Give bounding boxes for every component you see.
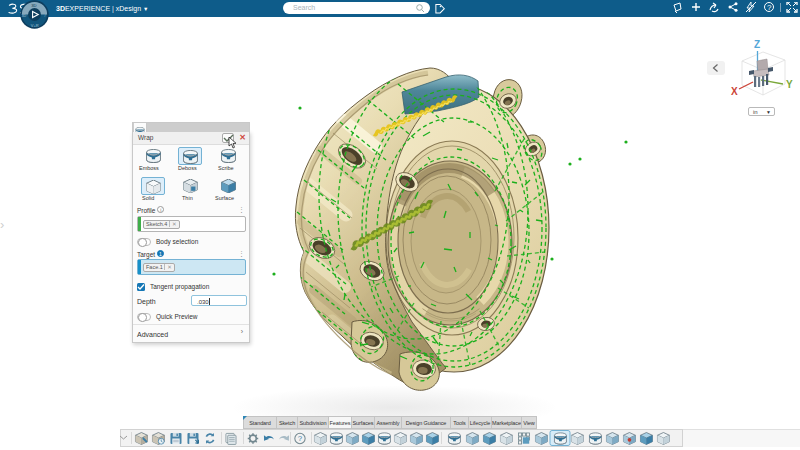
svg-text:3D: 3D [22,14,27,18]
svg-text:3D: 3D [31,3,36,8]
svg-text:V+R: V+R [31,23,39,28]
svg-text:?: ? [767,3,772,12]
svg-text:?: ? [298,434,303,443]
